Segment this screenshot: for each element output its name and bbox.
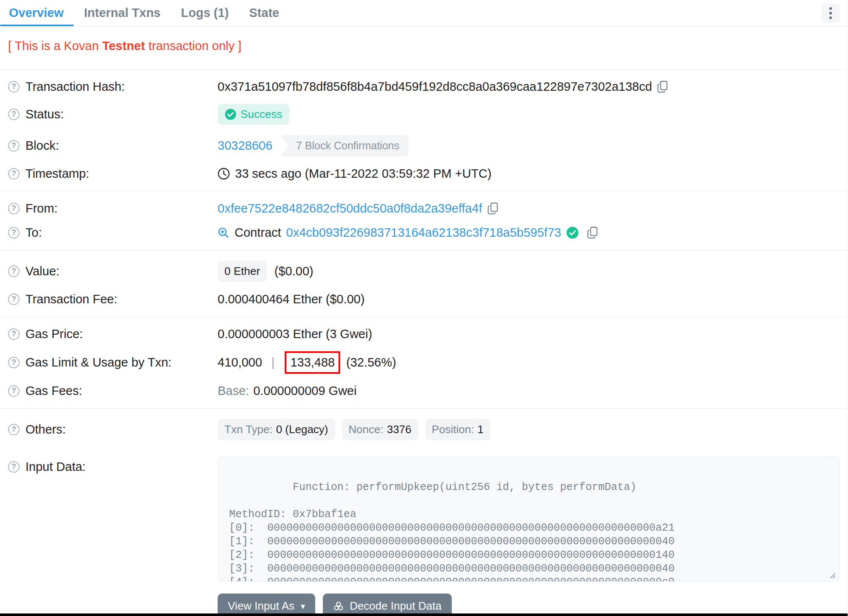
copy-icon: [657, 81, 669, 93]
row-others: ? Others: Txn Type: 0 (Legacy) Nonce: 33…: [8, 414, 840, 445]
resize-handle[interactable]: [828, 571, 836, 579]
row-status: ? Status: Success: [8, 99, 840, 130]
tab-overview[interactable]: Overview: [9, 0, 64, 26]
transaction-hash-value: 0x371a51097fb78df856f8b4a7bd459f192d8cc8…: [218, 80, 652, 94]
tab-state[interactable]: State: [249, 0, 279, 26]
timestamp-value: 33 secs ago (Mar-11-2022 03:59:32 PM +UT…: [235, 167, 492, 181]
value-usd: ($0.00): [274, 264, 313, 278]
row-to: ? To: Contract 0x4cb093f226983713164a621…: [8, 221, 840, 245]
view-input-as-button[interactable]: View Input As ▾: [218, 594, 315, 616]
row-from: ? From: 0xfee7522e8482682cf50ddc50a0f8da…: [8, 196, 840, 221]
copy-from-address-button[interactable]: [487, 202, 499, 215]
section-gas: ? Gas Price: 0.000000003 Ether (3 Gwei) …: [8, 317, 840, 408]
block-label: Block:: [25, 139, 59, 153]
row-block: ? Block: 30328606 7 Block Confirmations: [8, 130, 840, 162]
block-confirmations-badge: 7 Block Confirmations: [281, 135, 409, 157]
section-value: ? Value: 0 Ether ($0.00) ? Transaction F…: [8, 250, 840, 316]
help-icon[interactable]: ?: [8, 227, 20, 238]
row-gas-price: ? Gas Price: 0.000000003 Ether (3 Gwei): [8, 322, 840, 346]
copy-to-address-button[interactable]: [587, 227, 599, 239]
copy-icon: [487, 202, 499, 215]
help-icon[interactable]: ?: [8, 168, 20, 179]
copy-icon: [587, 227, 599, 239]
input-actions: View Input As ▾ Decode Input Data: [218, 594, 840, 616]
from-label: From:: [25, 202, 58, 216]
row-timestamp: ? Timestamp: 33 secs ago (Mar-11-2022 03…: [8, 162, 840, 186]
help-icon[interactable]: ?: [8, 294, 20, 305]
section-addresses: ? From: 0xfee7522e8482682cf50ddc50a0f8da…: [8, 191, 840, 250]
transaction-hash-label: Transaction Hash:: [25, 80, 125, 94]
gas-fees-label: Gas Fees:: [25, 384, 82, 398]
row-value: ? Value: 0 Ether ($0.00): [8, 255, 840, 287]
section-others: ? Others: Txn Type: 0 (Legacy) Nonce: 33…: [8, 409, 840, 616]
decode-icon: [333, 601, 344, 612]
clock-icon: [218, 168, 230, 180]
row-gas-limit-usage: ? Gas Limit & Usage by Txn: 410,000 | 13…: [8, 346, 840, 379]
nonce-badge: Nonce: 3376: [342, 419, 418, 440]
kebab-menu-icon: [829, 7, 832, 19]
gas-price-value: 0.000000003 Ether (3 Gwei): [218, 327, 372, 341]
row-input-data: ? Input Data: Function: performUpkeep(ui…: [8, 451, 840, 587]
row-gas-fees: ? Gas Fees: Base: 0.000000009 Gwei: [8, 379, 840, 403]
decode-input-data-button[interactable]: Decode Input Data: [323, 594, 452, 616]
input-data-content: Function: performUpkeep(uint256 id, byte…: [229, 481, 674, 582]
help-icon[interactable]: ?: [8, 81, 20, 92]
transaction-detail-page: Overview Internal Txns Logs (1) State [ …: [0, 0, 848, 616]
transaction-fee-value: 0.000400464 Ether ($0.00): [218, 292, 365, 306]
gas-fees-base-label: Base:: [218, 384, 249, 398]
zoom-in-icon: [218, 227, 229, 239]
testnet-notice: [ This is a Kovan Testnet transaction on…: [8, 26, 840, 69]
gas-limit-value: 410,000: [218, 356, 262, 370]
section-summary: ? Transaction Hash: 0x371a51097fb78df856…: [8, 70, 840, 191]
check-circle-icon: [225, 109, 236, 120]
row-transaction-hash: ? Transaction Hash: 0x371a51097fb78df856…: [8, 75, 840, 99]
value-label: Value:: [25, 264, 59, 278]
input-data-label: Input Data:: [25, 460, 86, 474]
help-icon[interactable]: ?: [8, 461, 20, 473]
to-label: To:: [25, 226, 42, 240]
row-transaction-fee: ? Transaction Fee: 0.000400464 Ether ($0…: [8, 287, 840, 311]
window-bottom-edge: [0, 613, 848, 616]
txn-type-badge: Txn Type: 0 (Legacy): [218, 419, 335, 440]
annotation-red-box: 133,488: [285, 351, 340, 374]
tab-logs[interactable]: Logs (1): [181, 0, 229, 26]
gas-price-label: Gas Price:: [25, 327, 83, 341]
to-address-link[interactable]: 0x4cb093f226983713164a62138c3f718a5b595f…: [286, 226, 561, 240]
to-type-label: Contract: [235, 226, 281, 240]
gas-separator: |: [271, 356, 275, 370]
chevron-down-icon: ▾: [301, 601, 305, 611]
help-icon[interactable]: ?: [8, 266, 20, 277]
help-icon[interactable]: ?: [8, 109, 20, 120]
more-options-button[interactable]: [821, 3, 840, 23]
value-amount-badge: 0 Ether: [218, 260, 267, 282]
block-number-link[interactable]: 30328606: [218, 139, 272, 153]
gas-fees-base-value: 0.000000009 Gwei: [253, 384, 356, 398]
help-icon[interactable]: ?: [8, 357, 20, 368]
input-data-textarea[interactable]: Function: performUpkeep(uint256 id, byte…: [218, 456, 840, 582]
others-label: Others:: [25, 423, 66, 437]
gas-used-percent: (32.56%): [346, 356, 396, 370]
overview-panel: [ This is a Kovan Testnet transaction on…: [0, 26, 848, 616]
help-icon[interactable]: ?: [8, 385, 20, 397]
status-badge: Success: [218, 104, 289, 125]
tab-internal-txns[interactable]: Internal Txns: [84, 0, 161, 26]
copy-hash-button[interactable]: [657, 81, 669, 93]
tab-bar: Overview Internal Txns Logs (1) State: [0, 0, 848, 26]
help-icon[interactable]: ?: [8, 203, 20, 214]
gas-limit-label: Gas Limit & Usage by Txn:: [25, 356, 171, 370]
help-icon[interactable]: ?: [8, 424, 20, 435]
gas-used-value: 133,488: [290, 356, 335, 369]
position-badge: Position: 1: [425, 419, 490, 440]
timestamp-label: Timestamp:: [25, 167, 89, 181]
verified-check-icon: [566, 227, 579, 239]
from-address-link[interactable]: 0xfee7522e8482682cf50ddc50a0f8da2a39effa…: [218, 202, 482, 216]
status-label: Status:: [25, 107, 64, 121]
help-icon[interactable]: ?: [8, 140, 20, 151]
help-icon[interactable]: ?: [8, 328, 20, 340]
transaction-fee-label: Transaction Fee:: [25, 292, 118, 306]
